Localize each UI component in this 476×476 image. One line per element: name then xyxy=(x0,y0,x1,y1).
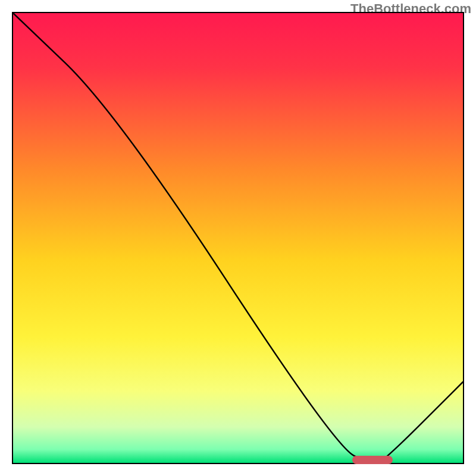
chart-plot-area xyxy=(12,12,464,464)
chart-line-curve xyxy=(13,13,463,463)
optimal-range-marker xyxy=(352,456,393,464)
